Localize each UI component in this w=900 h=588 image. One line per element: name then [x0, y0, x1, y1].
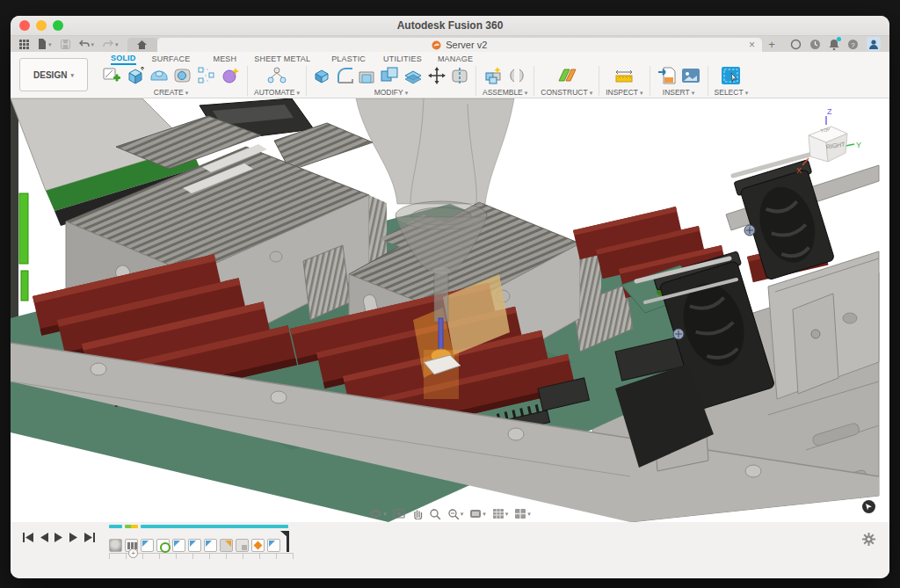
job-status-icon[interactable] — [809, 39, 821, 50]
toolbar-ribbon: DESIGN ▾ SOLIDSURFACEMESHSHEET METALPLAS… — [11, 52, 889, 98]
view-cube[interactable]: Z Y X TOP RIGHT — [795, 104, 863, 179]
ribbon-tab-sheet-metal[interactable]: SHEET METAL — [254, 54, 310, 64]
notifications-icon[interactable] — [829, 39, 839, 50]
fillet-icon[interactable] — [335, 65, 354, 86]
grid-and-snaps-icon[interactable]: ▾ — [492, 508, 509, 519]
create-sketch-icon[interactable] — [101, 65, 122, 86]
profile-avatar[interactable] — [867, 37, 881, 51]
create-group: CREATE▾ — [95, 64, 247, 98]
hole-feature[interactable] — [156, 539, 170, 552]
timeline-position-marker[interactable] — [287, 531, 289, 552]
select-icon[interactable] — [720, 65, 743, 86]
move-copy-icon[interactable] — [426, 65, 447, 86]
close-window-button[interactable] — [19, 20, 30, 31]
application-bar: ▾ ▾ ▾ Server v2 × + — [11, 36, 889, 52]
press-pull-icon[interactable] — [313, 65, 332, 86]
construct-group-label[interactable]: CONSTRUCT▾ — [541, 88, 592, 97]
go-to-start-button[interactable] — [23, 533, 33, 542]
joint-feature[interactable] — [251, 539, 265, 552]
macos-titlebar: Autodesk Fusion 360 — [11, 16, 889, 36]
ribbon-tab-mesh[interactable]: MESH — [213, 54, 236, 64]
3d-viewport[interactable]: Z Y X TOP RIGHT ▾▾▾▾▾ — [11, 98, 889, 522]
fusion360-window: Autodesk Fusion 360 ▾ ▾ ▾ — [11, 16, 889, 578]
form-icon[interactable] — [149, 65, 170, 86]
shell-icon[interactable] — [357, 65, 376, 86]
sketch-feature[interactable] — [204, 539, 217, 552]
go-to-end-button[interactable] — [84, 533, 95, 542]
help-icon[interactable]: ? — [847, 39, 859, 50]
construct-group: CONSTRUCT▾ — [534, 64, 599, 98]
extensions-icon[interactable] — [790, 39, 802, 50]
extrude-icon[interactable] — [125, 65, 146, 86]
automate-icon[interactable] — [265, 65, 288, 86]
timeline-track: + — [109, 525, 294, 559]
axis-y-label: Y — [856, 141, 861, 149]
modify-group: MODIFY▾ — [307, 64, 475, 98]
automate-group-label[interactable]: AUTOMATE▾ — [254, 88, 300, 97]
hole-icon[interactable] — [172, 65, 193, 86]
measure-icon[interactable] — [613, 65, 635, 86]
timeline-playback — [23, 533, 95, 542]
insert-group-label[interactable]: INSERT▾ — [663, 88, 695, 97]
timeline-bar: + — [11, 522, 889, 578]
file-menu-icon[interactable]: ▾ — [38, 39, 52, 49]
expand-group-button[interactable]: + — [128, 548, 138, 558]
zoom-window-icon[interactable] — [429, 508, 441, 519]
joint-icon[interactable] — [507, 65, 526, 86]
create-group-label[interactable]: CREATE▾ — [154, 88, 188, 97]
ribbon-tab-utilities[interactable]: UTILITIES — [383, 54, 422, 64]
document-tab-label: Server v2 — [446, 40, 487, 50]
assemble-group: ASSEMBLE▾ — [476, 64, 533, 98]
combine-icon[interactable] — [379, 65, 400, 86]
axis-z-label: Z — [827, 107, 832, 116]
watermark-badge — [862, 500, 875, 513]
save-icon[interactable] — [61, 40, 70, 49]
new-component-icon[interactable] — [483, 65, 504, 86]
redo-icon[interactable]: ▾ — [103, 40, 119, 48]
new-tab-button[interactable]: + — [762, 36, 781, 52]
step-forward-button[interactable] — [69, 533, 78, 542]
loft-feature[interactable] — [220, 539, 233, 552]
construct-plane-icon[interactable] — [555, 65, 578, 86]
sketch-feature[interactable] — [188, 539, 201, 552]
ribbon-tab-plastic[interactable]: PLASTIC — [331, 54, 366, 64]
look-at-icon[interactable] — [393, 508, 405, 519]
ribbon-tab-solid[interactable]: SOLID — [111, 54, 136, 65]
offset-face-icon[interactable] — [403, 65, 424, 86]
timeline-settings-gear-icon[interactable] — [862, 533, 875, 546]
generative-icon[interactable] — [220, 65, 241, 86]
sketch-feature[interactable] — [141, 539, 154, 552]
display-settings-icon[interactable]: ▾ — [469, 508, 486, 519]
viewports-icon[interactable]: ▾ — [514, 508, 531, 519]
zoom-window-button[interactable] — [53, 20, 63, 31]
inspect-group-label[interactable]: INSPECT▾ — [606, 88, 642, 97]
home-tab[interactable] — [127, 38, 157, 52]
ribbon-tab-surface[interactable]: SURFACE — [152, 54, 191, 64]
data-panel-icon[interactable] — [19, 40, 29, 49]
document-tab[interactable]: Server v2 × — [157, 38, 762, 52]
ribbon-tab-manage[interactable]: MANAGE — [438, 54, 473, 64]
pan-icon[interactable] — [411, 508, 423, 519]
undo-icon[interactable]: ▾ — [79, 40, 95, 48]
select-group-label[interactable]: SELECT▾ — [715, 88, 749, 97]
assemble-group-label[interactable]: ASSEMBLE▾ — [483, 88, 527, 97]
group-bar-long — [141, 525, 288, 528]
insert-derive-icon[interactable] — [657, 65, 678, 86]
orbit-icon[interactable]: ▾ — [369, 508, 387, 519]
sketch-feature[interactable] — [267, 539, 280, 552]
close-tab-button[interactable]: × — [749, 39, 755, 51]
modify-group-label[interactable]: MODIFY▾ — [374, 88, 409, 97]
server-model-canvas — [11, 98, 889, 522]
canvas-feature[interactable] — [236, 539, 249, 552]
sketch-feature[interactable] — [172, 539, 185, 552]
minimize-window-button[interactable] — [36, 20, 47, 31]
form-body-feature[interactable] — [109, 539, 122, 552]
svg-text:?: ? — [851, 40, 855, 48]
step-back-button[interactable] — [40, 533, 48, 542]
play-button[interactable] — [54, 533, 63, 542]
pattern-icon[interactable] — [196, 65, 217, 86]
workspace-selector[interactable]: DESIGN ▾ — [19, 58, 88, 91]
split-body-icon[interactable] — [450, 65, 469, 86]
insert-image-icon[interactable] — [680, 65, 701, 86]
zoom-icon[interactable]: ▾ — [447, 508, 464, 519]
